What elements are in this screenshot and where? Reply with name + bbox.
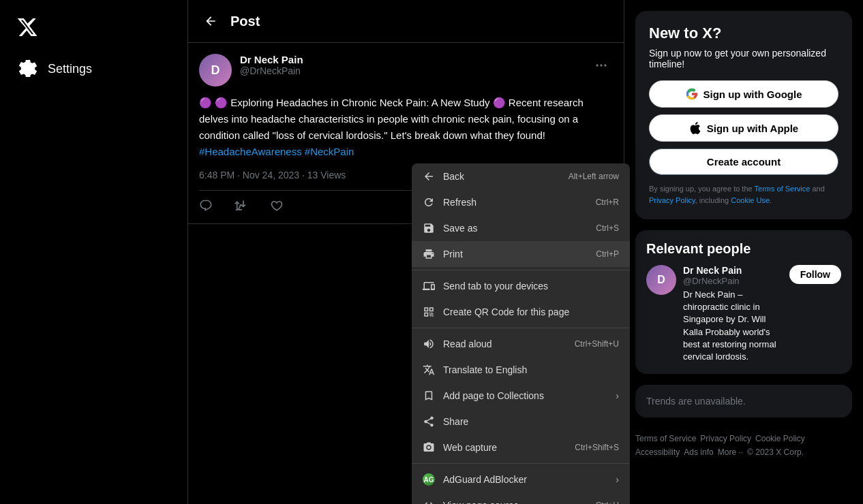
footer-more[interactable]: More ·· <box>718 447 743 457</box>
terms-text: By signing up, you agree to the Terms of… <box>649 183 838 206</box>
google-signup-button[interactable]: Sign up with Google <box>649 80 838 108</box>
menu-item-share[interactable]: Share <box>412 409 630 435</box>
tweet-body: 🟣 🟣 Exploring Headaches in Chronic Neck … <box>199 95 613 160</box>
privacy-link[interactable]: Privacy Policy <box>649 196 695 204</box>
print-icon <box>423 248 435 260</box>
menu-save-shortcut: Ctrl+S <box>596 223 619 233</box>
person-bio: Dr Neck Pain – chiropractic clinic in Si… <box>683 289 783 363</box>
terms-link[interactable]: Terms of Service <box>755 185 811 193</box>
menu-read-aloud-shortcut: Ctrl+Shift+U <box>575 339 619 349</box>
devices-icon <box>423 280 435 292</box>
create-account-label: Create account <box>707 156 781 168</box>
apple-signup-button[interactable]: Sign up with Apple <box>649 114 838 142</box>
menu-back-label: Back <box>443 171 464 182</box>
like-button[interactable] <box>270 199 284 212</box>
menu-item-save-as[interactable]: Save as Ctrl+S <box>412 215 630 241</box>
person-avatar: D <box>646 265 676 295</box>
post-header: Post <box>188 0 624 43</box>
menu-web-capture-shortcut: Ctrl+Shift+S <box>575 443 619 452</box>
google-signup-label: Sign up with Google <box>703 89 802 100</box>
menu-separator-3 <box>412 463 630 464</box>
tweet-author-row: D Dr Neck Pain @DrNeckPain <box>199 54 613 86</box>
menu-send-tab-label: Send tab to your devices <box>443 281 548 292</box>
relevant-people-card: Relevant people D Dr Neck Pain @DrNeckPa… <box>635 230 852 374</box>
follow-button[interactable]: Follow <box>789 265 841 284</box>
gear-icon <box>19 60 37 78</box>
menu-item-translate[interactable]: Translate to English <box>412 357 630 383</box>
sidebar: Settings <box>0 0 187 504</box>
author-info: Dr Neck Pain @DrNeckPain <box>240 54 581 76</box>
new-to-x-subtitle: Sign up now to get your own personalized… <box>649 48 838 69</box>
menu-back-shortcut: Alt+Left arrow <box>569 172 619 181</box>
back-icon <box>423 170 435 183</box>
menu-item-send-tab[interactable]: Send tab to your devices <box>412 273 630 299</box>
footer-links: Terms of Service Privacy Policy Cookie P… <box>635 428 852 462</box>
footer-ads[interactable]: Ads info <box>684 447 713 457</box>
footer-privacy[interactable]: Privacy Policy <box>700 434 751 443</box>
menu-print-label: Print <box>443 249 463 259</box>
read-aloud-icon <box>423 338 435 350</box>
source-icon <box>423 499 435 504</box>
translate-icon <box>423 364 435 376</box>
menu-collections-label: Add page to Collections <box>443 390 544 401</box>
menu-item-print[interactable]: Print Ctrl+P <box>412 241 630 267</box>
adguard-icon: AG <box>423 473 435 486</box>
web-capture-icon <box>423 441 435 454</box>
author-handle: @DrNeckPain <box>240 65 581 76</box>
footer-cookie[interactable]: Cookie Policy <box>755 434 805 443</box>
trends-unavailable: Trends are unavailable. <box>646 396 841 407</box>
menu-share-label: Share <box>443 416 468 427</box>
person-info: Dr Neck Pain @DrNeckPain Dr Neck Pain – … <box>683 265 783 363</box>
menu-read-aloud-label: Read aloud <box>443 338 492 349</box>
tweet-more-button[interactable] <box>590 54 613 77</box>
relevant-people-title: Relevant people <box>646 241 841 257</box>
footer-copyright: © 2023 X Corp. <box>747 447 804 457</box>
menu-item-refresh[interactable]: Refresh Ctrl+R <box>412 189 630 215</box>
footer-terms[interactable]: Terms of Service <box>635 434 696 443</box>
author-name: Dr Neck Pain <box>240 54 581 65</box>
sidebar-item-settings[interactable]: Settings <box>11 52 177 86</box>
menu-separator-2 <box>412 328 630 328</box>
menu-item-adguard[interactable]: AG AdGuard AdBlocker › <box>412 467 630 492</box>
share-icon <box>423 415 435 428</box>
menu-print-shortcut: Ctrl+P <box>596 249 619 259</box>
menu-item-back[interactable]: Back Alt+Left arrow <box>412 163 630 189</box>
footer-accessibility[interactable]: Accessibility <box>635 447 680 457</box>
menu-view-source-shortcut: Ctrl+U <box>596 501 619 504</box>
menu-adguard-label: AdGuard AdBlocker <box>443 474 527 485</box>
person-name: Dr Neck Pain <box>683 265 783 276</box>
avatar: D <box>199 54 232 86</box>
menu-separator-1 <box>412 270 630 270</box>
retweet-button[interactable] <box>234 199 248 212</box>
refresh-icon <box>423 196 435 208</box>
menu-item-web-capture[interactable]: Web capture Ctrl+Shift+S <box>412 435 630 460</box>
sidebar-item-label: Settings <box>48 62 92 76</box>
menu-item-view-source[interactable]: View page source Ctrl+U <box>412 492 630 504</box>
menu-qr-label: Create QR Code for this page <box>443 306 569 317</box>
hashtag2-link[interactable]: #NeckPain <box>305 146 354 157</box>
context-menu[interactable]: Back Alt+Left arrow Refresh Ctrl+R Save … <box>412 163 630 504</box>
x-logo[interactable] <box>11 11 44 44</box>
create-account-button[interactable]: Create account <box>649 148 838 175</box>
menu-web-capture-label: Web capture <box>443 442 497 453</box>
svg-point-1 <box>600 64 602 66</box>
menu-item-qr-code[interactable]: Create QR Code for this page <box>412 299 630 325</box>
menu-item-collections[interactable]: Add page to Collections › <box>412 383 630 409</box>
menu-view-source-label: View page source <box>443 500 519 504</box>
qr-icon <box>423 306 435 318</box>
person-row: D Dr Neck Pain @DrNeckPain Dr Neck Pain … <box>646 265 841 363</box>
right-sidebar: New to X? Sign up now to get your own pe… <box>624 0 863 504</box>
collections-icon <box>423 390 435 402</box>
menu-refresh-label: Refresh <box>443 197 476 208</box>
svg-point-0 <box>596 64 599 66</box>
cookie-link[interactable]: Cookie Use <box>731 196 770 204</box>
svg-point-2 <box>604 64 606 66</box>
back-button[interactable] <box>199 10 222 33</box>
menu-item-read-aloud[interactable]: Read aloud Ctrl+Shift+U <box>412 331 630 357</box>
new-to-x-title: New to X? <box>649 25 838 42</box>
trends-card: Trends are unavailable. <box>635 385 852 418</box>
adguard-arrow: › <box>616 474 619 485</box>
hashtag1-link[interactable]: #HeadacheAwareness <box>199 146 302 157</box>
apple-signup-label: Sign up with Apple <box>707 123 798 134</box>
reply-button[interactable] <box>199 199 213 212</box>
